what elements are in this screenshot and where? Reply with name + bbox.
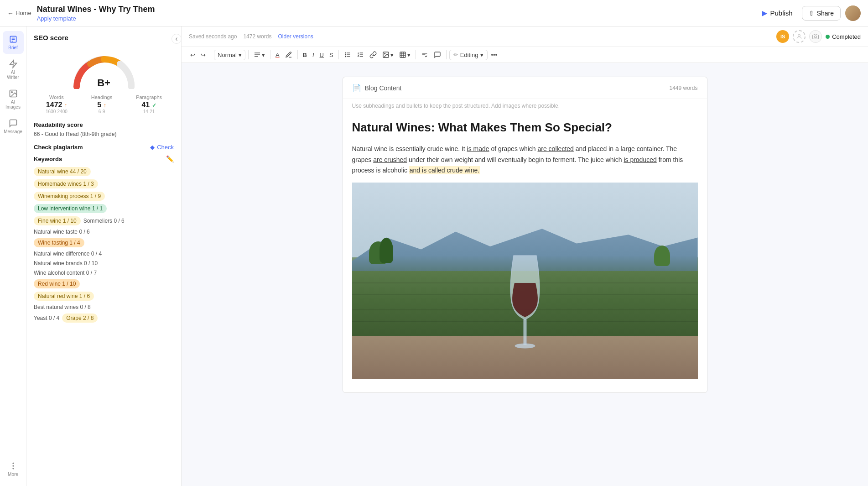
svg-point-9	[798, 34, 800, 37]
sidebar-more-label: More	[8, 472, 18, 477]
plagiarism-label: Check plagiarism	[34, 144, 83, 151]
underline-button[interactable]: U	[317, 50, 326, 60]
back-home-link[interactable]: ← Home	[7, 10, 31, 17]
topbar-right: ▶ Publish ⇧ Share	[757, 5, 861, 21]
sidebar-ai-writer-label: AI Writer	[5, 70, 21, 80]
sidebar-item-more[interactable]: More	[3, 458, 24, 481]
chevron-down-icon: ▾	[390, 52, 394, 58]
numbered-list-button[interactable]	[354, 49, 366, 60]
user-is-avatar: IS	[776, 30, 789, 43]
bold-button[interactable]: B	[301, 50, 309, 60]
svg-point-5	[11, 92, 12, 93]
older-versions-link[interactable]: Older versions	[278, 33, 313, 40]
comment-button[interactable]	[431, 49, 443, 60]
svg-point-19	[345, 56, 345, 57]
share-button[interactable]: ⇧ Share	[802, 6, 841, 21]
back-home-label: Home	[16, 10, 31, 16]
keyword-badge: Natural wine 44 / 20	[34, 167, 91, 176]
plagiarism-check-button[interactable]: ◆ Check	[150, 144, 174, 151]
keyword-badge: Natural red wine 1 / 6	[34, 292, 94, 301]
format-clear-button[interactable]	[419, 49, 431, 60]
doc-body[interactable]: Natural Wines: What Makes Them So Specia…	[343, 115, 707, 392]
editor-content[interactable]: 📄 Blog Content 1449 words Use subheading…	[182, 63, 868, 486]
article-paragraph-1: Natural wine is essentially crude wine. …	[352, 144, 698, 176]
keyword-badge: Winemaking process 1 / 9	[34, 192, 105, 201]
format-toolbar: ↩ ↪ Normal ▾ ▾ A B I U S	[182, 47, 868, 63]
body-text-6: are crushed	[373, 156, 407, 163]
svg-point-8	[13, 468, 14, 469]
stat-headings-label: Headings	[91, 94, 112, 100]
link-button[interactable]	[367, 49, 379, 60]
editing-label: Editing	[460, 52, 478, 58]
highlight-button[interactable]	[283, 49, 295, 60]
stat-words-label: Words	[46, 94, 68, 100]
toolbar-divider	[416, 50, 416, 59]
stat-paragraphs-label: Paragraphs	[136, 94, 162, 100]
body-text-10: and is called crude wine.	[409, 166, 480, 174]
stat-words-value: 1472 ↑	[46, 101, 68, 109]
readability-title: Readability score	[34, 121, 174, 128]
editor-topbar: Saved seconds ago 1472 words Older versi…	[182, 26, 868, 47]
publish-button[interactable]: ▶ Publish	[757, 6, 797, 20]
bullet-list-button[interactable]	[342, 49, 353, 60]
align-button[interactable]: ▾	[251, 49, 267, 60]
apply-template-link[interactable]: Apply template	[37, 15, 155, 22]
strikethrough-button[interactable]: S	[327, 50, 336, 60]
seo-gauge: B+ Words 1472 ↑ 1600-2400 Headings 5 ↑ 6…	[34, 48, 174, 114]
list-item: Homemade wines 1 / 3	[34, 179, 174, 188]
words-count: 1472 words	[243, 33, 271, 40]
seo-panel-header: SEO score	[34, 34, 174, 42]
stat-words: Words 1472 ↑ 1600-2400	[46, 94, 68, 114]
keyword-list: Natural wine 44 / 20 Homemade wines 1 / …	[34, 167, 174, 323]
topbar: ← Home Natural Wines - Why Try Them Appl…	[0, 0, 868, 26]
body-text-4: are collected	[537, 145, 573, 152]
stats-row: Words 1472 ↑ 1600-2400 Headings 5 ↑ 6-9 …	[34, 94, 174, 114]
article-body: Natural wine is essentially crude wine. …	[352, 144, 698, 176]
editor-meta: Saved seconds ago 1472 words Older versi…	[189, 33, 313, 40]
editor-meta-right: IS Completed	[776, 30, 861, 43]
doc-type-label: Blog Content	[365, 84, 402, 92]
toolbar-divider	[270, 50, 270, 59]
italic-button[interactable]: I	[310, 50, 317, 60]
keyword-plain: Best natural wines 0 / 8	[34, 304, 91, 310]
editing-mode-button[interactable]: ✏ Editing ▾	[449, 50, 488, 60]
icon-sidebar: Brief AI Writer AI Images Message More	[0, 26, 26, 486]
list-item: Winemaking process 1 / 9	[34, 192, 174, 201]
undo-button[interactable]: ↩	[188, 50, 198, 60]
sidebar-item-ai-images[interactable]: AI Images	[3, 85, 24, 113]
status-label: Completed	[832, 33, 861, 40]
sidebar-item-ai-writer[interactable]: AI Writer	[3, 56, 24, 84]
share-icon: ⇧	[809, 10, 814, 17]
svg-point-7	[13, 465, 14, 466]
editor-area: Saved seconds ago 1472 words Older versi…	[182, 26, 868, 486]
list-item: Natural red wine 1 / 6	[34, 292, 174, 301]
style-label: Normal	[218, 52, 237, 58]
toolbar-divider	[248, 50, 249, 59]
sidebar-item-brief[interactable]: Brief	[3, 31, 24, 54]
keyword-badge: Low intervention wine 1 / 1	[34, 204, 107, 213]
table-button[interactable]: ▾	[397, 49, 413, 60]
body-text-1: Natural wine is essentially crude wine. …	[352, 145, 467, 152]
article-title: Natural Wines: What Makes Them So Specia…	[352, 120, 698, 136]
list-item: Fine wine 1 / 10 Sommeliers 0 / 6	[34, 216, 174, 225]
sidebar-item-message[interactable]: Message	[3, 115, 24, 138]
keyword-plain: Yeast 0 / 4	[34, 315, 59, 321]
redo-button[interactable]: ↪	[198, 50, 208, 60]
svg-point-10	[815, 36, 817, 38]
publish-icon: ▶	[762, 9, 767, 17]
doc-icon: 📄	[352, 84, 361, 92]
seo-panel-title: SEO score	[34, 34, 68, 42]
list-item: Natural wine brands 0 / 10	[34, 260, 174, 267]
more-options-button[interactable]: •••	[489, 50, 499, 60]
image-button[interactable]: ▾	[380, 49, 396, 60]
text-color-button[interactable]: A	[273, 50, 282, 60]
doc-header-bar: 📄 Blog Content 1449 words	[343, 77, 707, 99]
user-avatar[interactable]	[845, 5, 861, 21]
check-btn-label: Check	[157, 144, 174, 151]
collapse-panel-button[interactable]: ‹	[172, 34, 182, 44]
keywords-edit-icon[interactable]: ✏️	[166, 155, 174, 162]
doc-hint: Use subheadings and bullets to keep the …	[343, 99, 707, 115]
doc-header-left: 📄 Blog Content	[352, 84, 402, 92]
keyword-plain: Natural wine brands 0 / 10	[34, 260, 98, 267]
style-selector[interactable]: Normal ▾	[214, 50, 245, 60]
